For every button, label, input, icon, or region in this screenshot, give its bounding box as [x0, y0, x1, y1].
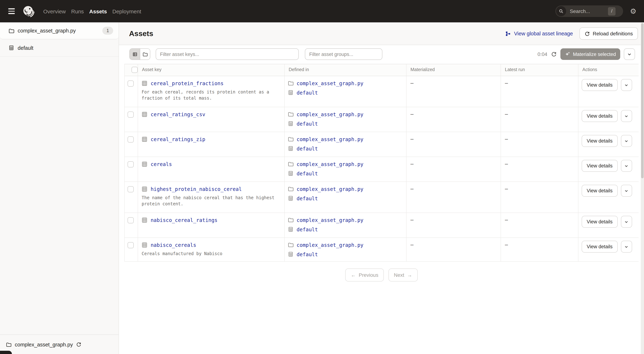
- row-checkbox[interactable]: [128, 111, 134, 118]
- row-checkbox[interactable]: [128, 186, 134, 192]
- sidebar-item-repo[interactable]: complex_asset_graph.py 1: [0, 22, 118, 39]
- table-row: cereals complex_asset_graph.py default –…: [125, 157, 638, 182]
- sidebar: complex_asset_graph.py 1 default complex…: [0, 22, 119, 354]
- asset-group-link[interactable]: default: [296, 90, 318, 95]
- asset-key-link[interactable]: cereal_protein_fractions: [151, 80, 224, 86]
- top-nav: Overview Runs Assets Deployment /: [0, 0, 644, 22]
- row-checkbox[interactable]: [128, 242, 134, 248]
- previous-page-button[interactable]: ← Previous: [346, 268, 384, 281]
- primary-nav: Overview Runs Assets Deployment: [43, 7, 141, 16]
- table-row: nabisco_cereal_ratings complex_asset_gra…: [125, 213, 638, 238]
- defined-in-file-link[interactable]: complex_asset_graph.py: [296, 217, 364, 223]
- search-input[interactable]: [569, 8, 605, 15]
- repo-count-badge: 1: [102, 27, 113, 35]
- view-global-asset-lineage-link[interactable]: View global asset lineage: [505, 31, 573, 37]
- column-header-defined-in: Defined in: [285, 64, 406, 76]
- asset-icon: [141, 136, 148, 142]
- view-details-button[interactable]: View details: [582, 185, 618, 197]
- reload-repo-icon[interactable]: [76, 342, 82, 347]
- asset-key-link[interactable]: nabisco_cereal_ratings: [151, 217, 218, 223]
- column-header-actions: Actions: [578, 64, 639, 76]
- chevron-down-icon: [624, 113, 629, 118]
- directory-view-button[interactable]: [140, 49, 150, 60]
- latest-run-value: –: [501, 107, 578, 132]
- view-details-button[interactable]: View details: [582, 79, 618, 91]
- asset-group-link[interactable]: default: [296, 121, 318, 126]
- table-header: Asset key Defined in Materialized Latest…: [125, 64, 638, 76]
- row-options-button[interactable]: [621, 241, 632, 253]
- chevron-down-icon: [624, 138, 629, 143]
- defined-in-file-link[interactable]: complex_asset_graph.py: [296, 161, 364, 167]
- view-details-button[interactable]: View details: [582, 160, 618, 172]
- asset-group-icon: [288, 120, 294, 127]
- scrollbar[interactable]: [641, 22, 644, 354]
- latest-run-value: –: [501, 213, 578, 237]
- menu-icon[interactable]: [8, 9, 15, 14]
- materialized-value: –: [406, 182, 501, 213]
- defined-in-file-link[interactable]: complex_asset_graph.py: [296, 111, 364, 117]
- materialized-value: –: [406, 76, 501, 107]
- view-details-button[interactable]: View details: [582, 216, 618, 228]
- asset-key-link[interactable]: nabisco_cereals: [151, 242, 196, 248]
- group-name: default: [18, 45, 33, 51]
- lineage-icon: [505, 31, 511, 37]
- nav-assets[interactable]: Assets: [89, 7, 107, 16]
- refresh-timer: 0:04: [538, 51, 548, 57]
- nav-deployment[interactable]: Deployment: [112, 7, 141, 16]
- materialize-options-button[interactable]: [624, 48, 635, 60]
- defined-in-file-link[interactable]: complex_asset_graph.py: [296, 80, 364, 86]
- refresh-icon[interactable]: [551, 51, 556, 57]
- filter-asset-keys-input[interactable]: [156, 48, 299, 60]
- defined-in-file-link[interactable]: complex_asset_graph.py: [296, 186, 364, 192]
- asset-key-link[interactable]: cereal_ratings_csv: [151, 111, 205, 117]
- view-details-button[interactable]: View details: [582, 110, 618, 122]
- row-options-button[interactable]: [621, 110, 632, 122]
- nav-overview[interactable]: Overview: [43, 7, 66, 16]
- view-details-button[interactable]: View details: [582, 135, 618, 147]
- asset-group-link[interactable]: default: [296, 196, 318, 201]
- asset-group-icon: [288, 170, 294, 176]
- row-options-button[interactable]: [621, 135, 632, 147]
- asset-key-link[interactable]: highest_protein_nabisco_cereal: [151, 186, 242, 192]
- view-details-button[interactable]: View details: [582, 241, 618, 253]
- reload-definitions-button[interactable]: Reload definitions: [579, 28, 638, 40]
- asset-group-link[interactable]: default: [296, 146, 318, 151]
- flat-view-button[interactable]: [130, 49, 140, 60]
- scrollbar-thumb[interactable]: [641, 23, 644, 178]
- row-options-button[interactable]: [621, 79, 632, 91]
- assets-toolbar: 0:04 Materialize selected: [124, 48, 635, 60]
- folder-view-icon: [142, 51, 148, 57]
- sparkle-icon: [564, 51, 570, 57]
- row-checkbox[interactable]: [128, 161, 134, 167]
- asset-key-link[interactable]: cereals: [151, 161, 172, 167]
- asset-group-link[interactable]: default: [296, 170, 318, 176]
- asset-description: Cereals manufactured by Nabisco: [142, 251, 278, 257]
- asset-group-icon: [288, 145, 294, 151]
- table-row: highest_protein_nabisco_cereal The name …: [125, 182, 638, 213]
- materialize-selected-button[interactable]: Materialize selected: [560, 48, 620, 60]
- asset-group-link[interactable]: default: [296, 251, 318, 257]
- asset-key-link[interactable]: cereal_ratings_zip: [151, 136, 205, 142]
- row-checkbox[interactable]: [128, 80, 134, 87]
- asset-group-link[interactable]: default: [296, 226, 318, 232]
- row-options-button[interactable]: [621, 160, 632, 172]
- latest-run-value: –: [501, 132, 578, 157]
- row-options-button[interactable]: [621, 185, 632, 197]
- nav-runs[interactable]: Runs: [71, 7, 84, 16]
- global-search[interactable]: /: [555, 6, 623, 17]
- folder-icon: [288, 161, 294, 167]
- row-checkbox[interactable]: [128, 136, 134, 142]
- view-toggle: [130, 48, 150, 60]
- row-checkbox[interactable]: [128, 217, 134, 223]
- table-row: nabisco_cereals Cereals manufactured by …: [125, 238, 638, 262]
- select-all-checkbox[interactable]: [132, 67, 138, 73]
- defined-in-file-link[interactable]: complex_asset_graph.py: [296, 136, 364, 142]
- defined-in-file-link[interactable]: complex_asset_graph.py: [296, 242, 364, 248]
- next-page-button[interactable]: Next →: [388, 268, 418, 281]
- asset-group-icon: [288, 251, 294, 257]
- row-options-button[interactable]: [621, 216, 632, 228]
- sidebar-item-group-default[interactable]: default: [0, 39, 118, 57]
- search-shortcut-badge: /: [608, 7, 616, 15]
- filter-asset-groups-input[interactable]: [305, 48, 382, 60]
- gear-icon[interactable]: [630, 8, 636, 15]
